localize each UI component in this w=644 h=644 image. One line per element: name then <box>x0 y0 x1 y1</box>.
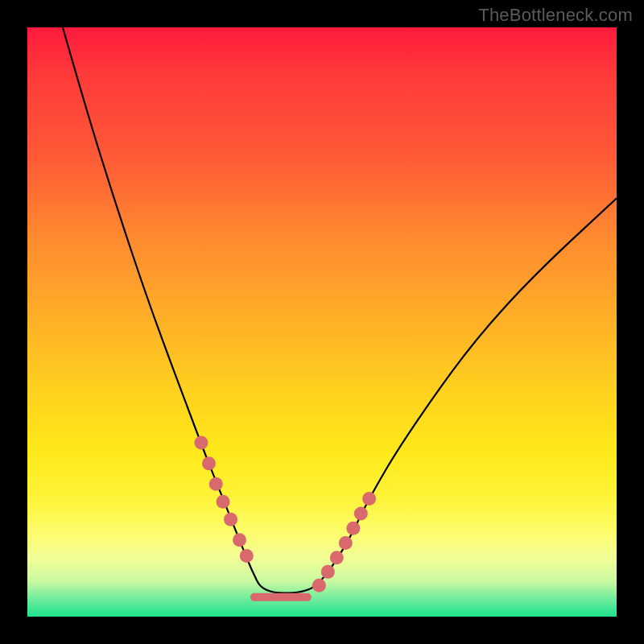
highlight-markers <box>194 436 376 592</box>
highlight-marker <box>321 565 335 579</box>
highlight-marker <box>233 533 246 547</box>
highlight-marker <box>217 495 230 509</box>
highlight-marker <box>194 436 208 450</box>
bottleneck-curve <box>63 27 617 593</box>
highlight-marker <box>330 551 344 564</box>
highlight-marker <box>362 492 376 506</box>
watermark-text: TheBottleneck.com <box>478 5 633 26</box>
highlight-marker <box>354 506 368 520</box>
highlight-marker <box>202 456 216 470</box>
highlight-marker <box>339 536 353 550</box>
highlight-marker <box>224 513 237 526</box>
highlight-marker <box>240 549 254 563</box>
chart-svg <box>27 27 617 617</box>
highlight-marker <box>346 522 360 535</box>
chart-frame: TheBottleneck.com <box>0 0 644 644</box>
plot-area <box>27 27 617 617</box>
highlight-marker <box>312 579 326 592</box>
highlight-marker <box>209 477 223 491</box>
